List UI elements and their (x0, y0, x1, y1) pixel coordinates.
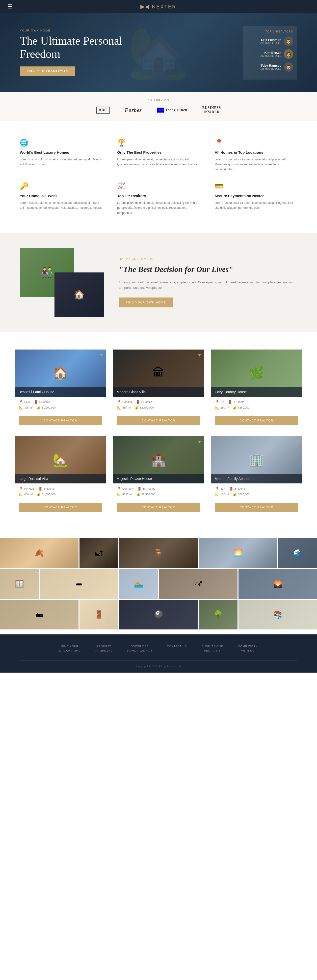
feature-item-4: 📈 Top 1% Realtors Lorem ipsum dolor sit … (117, 182, 200, 215)
feature-title: Only The Best Properties (117, 150, 200, 154)
footer-nav-contact[interactable]: CONTACT US (167, 644, 187, 653)
view-properties-button[interactable]: VIEW OUR PROPERTIES (20, 67, 75, 76)
feature-title: All Homes in Top Locations (215, 150, 297, 154)
property-card-1: 🏛 ♥ Modern Glass Villa 📍 Canada 🚪 6 Room… (113, 349, 204, 429)
feature-item-3: 🔑 Your Home in 1 Week Lorem ipsum dolor … (20, 182, 102, 215)
property-specs-row-0: 📐 325 m² 💰 $1,200,000 (19, 406, 102, 410)
feature-title: Secure Payments on Nexter (215, 194, 297, 198)
property-area-0: 📐 325 m² (19, 406, 33, 410)
heart-icon-1[interactable]: ♥ (198, 353, 201, 358)
footer-nav-request[interactable]: REQUEST PROPOSAL (95, 644, 113, 653)
as-seen-section: As Seen On BBC Forbes TCTechCrunch BUSIN… (0, 92, 317, 121)
realtor-avatar: 👨 (284, 62, 293, 72)
testimonial-images: 👫 🏠 (20, 248, 104, 317)
gallery-cell-8: 🏊 (119, 569, 158, 599)
testimonial-image-2: 🏠 (54, 272, 104, 317)
contact-realtor-button-2[interactable]: CONTACT REALTOR (215, 416, 298, 425)
hero-title: The Ultimate Personal Freedom (20, 35, 158, 61)
techcrunch-logo: TCTechCrunch (157, 108, 187, 113)
contact-realtor-button-5[interactable]: CONTACT REALTOR (215, 503, 298, 512)
area-icon-1: 📐 (117, 406, 121, 410)
realtor-stat: 245 HOUSE SOLD (260, 41, 281, 45)
realtor-avatar: 👩 (284, 49, 293, 59)
top-realtors-panel: TOP 3 REALTORS Erik Feinman 245 HOUSE SO… (243, 26, 297, 80)
feature-title: World's Best Luxury Homes (20, 150, 102, 154)
forbes-logo: Forbes (125, 107, 142, 113)
as-seen-label: As Seen On (20, 99, 297, 102)
location-icon: 📍 (215, 138, 297, 147)
heart-icon-4[interactable]: ♥ (198, 439, 201, 444)
hamburger-icon[interactable]: ☰ (8, 3, 13, 10)
gallery-cell-6: 🪟 (0, 569, 39, 599)
property-location-row-1: 📍 Canada 🚪 6 Rooms (117, 400, 200, 404)
property-card-0: 🏠 ♥ Beautiful Family House 📍 USA 🚪 5 Roo… (15, 349, 106, 429)
heart-icon-5[interactable]: ♥ (296, 439, 299, 444)
area-icon-0: 📐 (19, 406, 23, 410)
globe-icon: 🌐 (20, 138, 102, 147)
property-price-1: 💰 $2,750,000 (135, 406, 154, 410)
property-rooms-2: 🚪 4 Rooms (228, 400, 244, 404)
property-name-overlay-4: Majestic Palace House (113, 474, 204, 484)
footer-nav-submit[interactable]: SUBMIT YOUR PROPERTY (201, 644, 223, 653)
property-rooms-1: 🚪 6 Rooms (136, 400, 152, 404)
property-image-3: 🏡 Large Rustical Villa (15, 436, 106, 484)
property-image-4: 🏰 ♥ Majestic Palace House (113, 436, 204, 484)
rooms-icon-1: 🚪 (136, 400, 140, 404)
footer: FIND YOUR DREAM HOME REQUEST PROPOSAL DO… (0, 635, 317, 673)
contact-realtor-button-1[interactable]: CONTACT REALTOR (117, 416, 200, 425)
feature-item-1: 🏆 Only The Best Properties Lorem ipsum d… (117, 138, 200, 172)
gallery-cell-11: 🏘 (0, 600, 79, 630)
property-name-overlay-0: Beautiful Family House (15, 387, 106, 397)
gallery-cell-4: 🌅 (199, 538, 277, 568)
realtor-name: Toby Ramsey (260, 64, 281, 67)
gallery-section: 🍂 🛋 🪑 🌅 🌊 🪟 🛏 🏊 🛋 🌄 🏘 🚪 🎱 🌳 📚 (0, 533, 317, 635)
property-location-row-4: 📍 Germany 🚪 18 Rooms (117, 487, 200, 491)
trophy-icon: 🏆 (117, 138, 200, 147)
logo-icon: ▶◀ (140, 3, 150, 10)
contact-realtor-button-4[interactable]: CONTACT REALTOR (117, 503, 200, 512)
footer-nav-download[interactable]: DOWNLOAD HOME PLANNER (127, 644, 152, 653)
property-location-row-3: 📍 Portugal 🚪 6 Rooms (19, 487, 102, 491)
property-image-1: 🏛 ♥ Modern Glass Villa (113, 350, 204, 397)
property-location-row-0: 📍 USA 🚪 5 Rooms (19, 400, 102, 404)
hero-content: YOUR OWN HOME. The Ultimate Personal Fre… (20, 29, 243, 76)
property-price-0: 💰 $1,200,000 (36, 406, 55, 410)
features-section: 🌐 World's Best Luxury Homes Lorem ipsum … (0, 121, 317, 233)
find-home-button[interactable]: FIND YOUR OWN HOME (119, 298, 173, 307)
property-specs-row-5: 📐 180 m² 💰 $600,000 (215, 493, 298, 496)
contact-realtor-button-0[interactable]: CONTACT REALTOR (19, 416, 102, 425)
gallery-cell-5: 🌊 (278, 538, 317, 568)
property-country-1: 📍 Canada (117, 400, 132, 404)
property-price-2: 💰 $850,000 (233, 406, 249, 410)
footer-nav-find-home[interactable]: FIND YOUR DREAM HOME (59, 644, 81, 653)
contact-realtor-button-3[interactable]: CONTACT REALTOR (19, 503, 102, 512)
property-meta-4: 📍 Germany 🚪 18 Rooms 📐 4230 m² 💰 (113, 484, 204, 503)
gallery-cell-7: 🛏 (40, 569, 118, 599)
price-icon-0: 💰 (36, 406, 41, 410)
key-icon: 🔑 (20, 182, 102, 190)
hero-section: 🏡 YOUR OWN HOME. The Ultimate Personal F… (0, 13, 317, 92)
property-area-3: 📐 480 m² (19, 493, 33, 496)
property-name-5: Modern Family Apartment (215, 477, 254, 481)
location-icon-4: 📍 (117, 487, 121, 491)
heart-icon-0[interactable]: ♥ (100, 353, 103, 358)
property-meta-5: 📍 Italy 🚪 3 Rooms 📐 180 m² 💰 (211, 484, 302, 503)
property-rooms-5: 🚪 3 Rooms (229, 487, 246, 491)
gallery-cell-3: 🪑 (119, 538, 198, 568)
gallery-cell-14: 🌳 (199, 600, 238, 630)
realtor-stat: 198 HOUSE SOLD (260, 67, 281, 70)
property-image-0: 🏠 ♥ Beautiful Family House (15, 350, 106, 397)
property-name-1: Modern Glass Villa (117, 390, 146, 394)
chart-icon: 📈 (117, 182, 200, 190)
footer-copyright: Copyright © 2023. All rights reserved (20, 660, 297, 668)
feature-title: Top 1% Realtors (117, 194, 200, 198)
footer-nav-work[interactable]: COME WORK WITH US (238, 644, 258, 653)
logo: ▶◀ nexter (140, 3, 176, 10)
navbar: ☰ ▶◀ nexter (0, 0, 317, 13)
property-specs-row-2: 📐 250 m² 💰 $850,000 (215, 406, 298, 410)
feature-text: Lorem ipsum dolor sit amet, consectetur … (20, 200, 102, 210)
testimonial-content: HAPPY CUSTOMERS "The Best Decision for O… (119, 257, 297, 307)
feature-text: Lorem ipsum dolor sit amet, consectetur … (215, 157, 297, 172)
location-icon-3: 📍 (19, 487, 23, 491)
price-icon-2: 💰 (233, 406, 237, 410)
